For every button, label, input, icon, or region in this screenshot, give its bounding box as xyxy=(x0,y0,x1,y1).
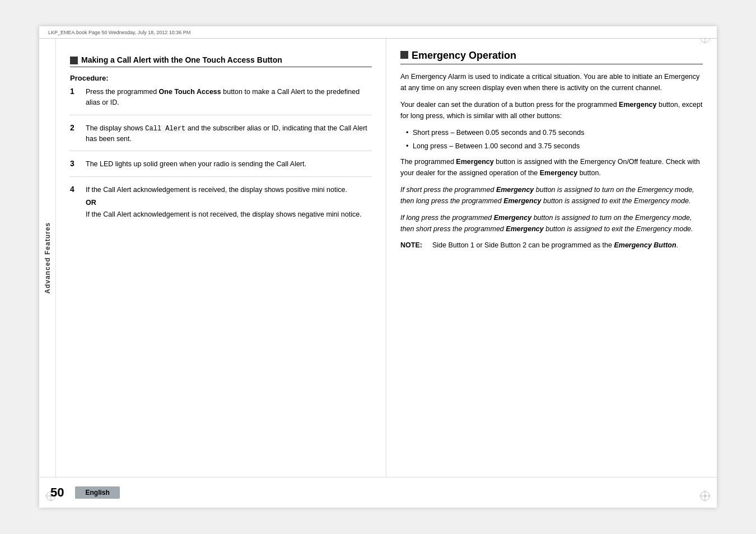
section-icon xyxy=(70,57,78,64)
note-label: NOTE: xyxy=(400,240,428,251)
header-bar: LKP_EMEA.book Page 50 Wednesday, July 18… xyxy=(39,26,717,39)
page-number: 50 xyxy=(50,485,64,500)
step-4: 4 If the Call Alert acknowledgement is r… xyxy=(70,185,372,226)
right-para-3: The programmed Emergency button is assig… xyxy=(400,156,703,179)
language-tab: English xyxy=(75,486,119,499)
step-3-num: 3 xyxy=(70,159,81,168)
right-para-5: If long press the programmed Emergency b… xyxy=(400,212,703,235)
right-para-2: Your dealer can set the duration of a bu… xyxy=(400,99,703,121)
procedure-label: Procedure: xyxy=(70,74,372,82)
step-3-text: The LED lights up solid green when your … xyxy=(86,159,306,170)
left-column: Making a Call Alert with the One Touch A… xyxy=(56,39,386,477)
page: LKP_EMEA.book Page 50 Wednesday, July 18… xyxy=(39,26,717,508)
or-label: OR xyxy=(86,198,362,208)
bullet-2: Long press – Between 1.00 second and 3.7… xyxy=(406,140,703,152)
step-4-text: If the Call Alert acknowledgement is rec… xyxy=(86,185,362,219)
left-section-title: Making a Call Alert with the One Touch A… xyxy=(81,55,282,64)
step-4-num: 4 xyxy=(70,185,81,194)
step-1: 1 Press the programmed One Touch Access … xyxy=(70,87,372,115)
note-block: NOTE: Side Button 1 or Side Button 2 can… xyxy=(400,240,703,251)
footer: 50 English xyxy=(39,477,717,508)
header-text: LKP_EMEA.book Page 50 Wednesday, July 18… xyxy=(48,30,190,35)
side-tab-label: Advanced Features xyxy=(44,222,52,294)
right-section-title: Emergency Operation xyxy=(412,50,516,62)
step-list: 1 Press the programmed One Touch Access … xyxy=(70,87,372,226)
columns: Making a Call Alert with the One Touch A… xyxy=(56,39,717,477)
right-para-4: If short press the programmed Emergency … xyxy=(400,184,703,207)
right-para-1: An Emergency Alarm is used to indicate a… xyxy=(400,71,703,93)
bullet-list: Short press – Between 0.05 seconds and 0… xyxy=(400,127,703,152)
step-1-text: Press the programmed One Touch Access bu… xyxy=(86,87,372,108)
step-2-text: The display shows Call Alert and the sub… xyxy=(86,123,372,144)
content-area: Advanced Features Making a Call Alert wi… xyxy=(39,39,717,477)
note-text: Side Button 1 or Side Button 2 can be pr… xyxy=(428,240,678,251)
bullet-1: Short press – Between 0.05 seconds and 0… xyxy=(406,127,703,138)
step-2-num: 2 xyxy=(70,123,81,132)
step-2: 2 The display shows Call Alert and the s… xyxy=(70,123,372,152)
side-tab: Advanced Features xyxy=(39,39,56,477)
right-section-heading: Emergency Operation xyxy=(400,50,703,64)
step-1-num: 1 xyxy=(70,87,81,96)
right-column: Emergency Operation An Emergency Alarm i… xyxy=(386,39,717,477)
left-section-heading: Making a Call Alert with the One Touch A… xyxy=(70,55,372,67)
right-section-icon xyxy=(400,51,408,59)
step-3: 3 The LED lights up solid green when you… xyxy=(70,159,372,177)
